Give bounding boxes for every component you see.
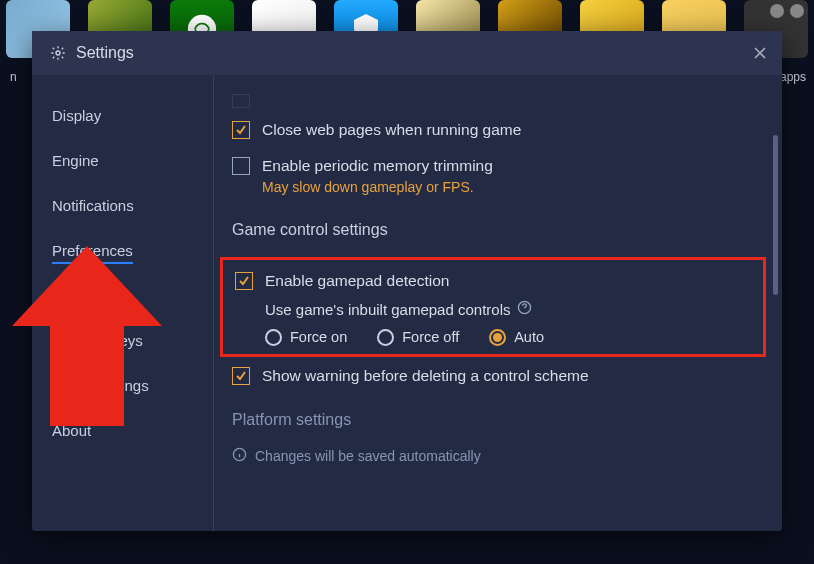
highlight-box: Enable gamepad detection Use game's inbu… xyxy=(220,257,766,357)
inbuilt-controls-group: Use game's inbuilt gamepad controls Forc… xyxy=(265,300,751,346)
sidebar-item-shortcut-keys[interactable]: Shortcut keys xyxy=(32,322,213,359)
show-warning-row: Show warning before deleting a control s… xyxy=(232,367,754,385)
sidebar-item-preferences[interactable]: Preferences xyxy=(32,232,213,269)
background-left-label: n xyxy=(10,70,17,84)
checkbox-gamepad-detect[interactable] xyxy=(235,272,253,290)
show-warning-label: Show warning before deleting a control s… xyxy=(262,367,589,385)
mem-trim-row: Enable periodic memory trimming May slow… xyxy=(232,157,754,195)
platform-heading: Platform settings xyxy=(232,411,754,429)
sidebar-item-game-settings[interactable]: Game settings xyxy=(32,367,213,404)
sidebar: Display Engine Notifications Preferences… xyxy=(32,75,214,531)
sidebar-item-user-data[interactable]: User data xyxy=(32,277,213,314)
checkbox-mem-trim[interactable] xyxy=(232,157,250,175)
help-icon[interactable] xyxy=(517,300,532,318)
mem-trim-warning: May slow down gameplay or FPS. xyxy=(262,179,493,195)
sidebar-item-notifications[interactable]: Notifications xyxy=(32,187,213,224)
checkbox-close-pages[interactable] xyxy=(232,121,250,139)
inbuilt-controls-label: Use game's inbuilt gamepad controls xyxy=(265,300,532,318)
close-pages-row: Close web pages when running game xyxy=(232,121,754,139)
background-apps-label: apps xyxy=(780,70,806,84)
modal-title: Settings xyxy=(76,44,134,62)
settings-content: Close web pages when running game Enable… xyxy=(214,75,782,531)
sidebar-item-engine[interactable]: Engine xyxy=(32,142,213,179)
radio-group-gamepad-mode: Force on Force off Auto xyxy=(265,329,751,346)
close-pages-label: Close web pages when running game xyxy=(262,121,521,139)
radio-force-off[interactable]: Force off xyxy=(377,329,459,346)
modal-header: Settings xyxy=(32,31,782,75)
game-control-heading: Game control settings xyxy=(232,221,754,239)
close-button[interactable] xyxy=(746,39,774,67)
background-corner-icons xyxy=(770,4,804,18)
gamepad-detect-row: Enable gamepad detection xyxy=(235,272,751,290)
partial-cut-row xyxy=(232,93,754,109)
sidebar-item-display[interactable]: Display xyxy=(32,97,213,134)
save-note: Changes will be saved automatically xyxy=(232,447,754,465)
svg-point-1 xyxy=(56,51,60,55)
sidebar-item-about[interactable]: About xyxy=(32,412,213,449)
radio-force-on[interactable]: Force on xyxy=(265,329,347,346)
gamepad-detect-label: Enable gamepad detection xyxy=(265,272,449,290)
mem-trim-label: Enable periodic memory trimming xyxy=(262,157,493,175)
scrollbar[interactable] xyxy=(773,135,778,295)
gear-icon xyxy=(50,45,66,61)
radio-auto[interactable]: Auto xyxy=(489,329,544,346)
settings-modal: Settings Display Engine Notifications Pr… xyxy=(32,31,782,531)
checkbox-show-warning[interactable] xyxy=(232,367,250,385)
modal-body: Display Engine Notifications Preferences… xyxy=(32,75,782,531)
info-icon xyxy=(232,447,247,465)
